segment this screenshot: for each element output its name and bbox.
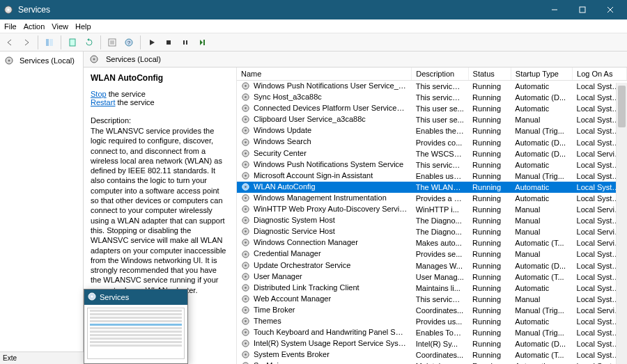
services-table: Name Description Status Startup Type Log… — [237, 68, 627, 364]
table-row[interactable]: WLAN AutoConfigThe WLANS...RunningAutoma… — [237, 182, 627, 193]
svg-point-42 — [245, 186, 247, 188]
service-status: Running — [468, 316, 511, 327]
services-table-wrap[interactable]: Name Description Status Startup Type Log… — [237, 68, 627, 364]
service-startup: Automatic — [511, 159, 572, 171]
start-service-button[interactable] — [145, 35, 159, 49]
service-desc: Makes auto... — [412, 237, 468, 248]
col-name[interactable]: Name — [237, 68, 412, 81]
table-row[interactable]: Connected Devices Platform User Service_… — [237, 103, 627, 114]
gear-icon — [241, 115, 251, 125]
service-startup: Automatic — [511, 81, 572, 93]
stop-service-link[interactable]: Stop — [91, 90, 107, 98]
service-desc: Enables use... — [412, 171, 468, 182]
pause-service-button[interactable] — [178, 35, 192, 49]
table-row[interactable]: WinHTTP Web Proxy Auto-Discovery Service… — [237, 204, 627, 215]
table-row[interactable]: Touch Keyboard and Handwriting Panel Ser… — [237, 327, 627, 338]
table-row[interactable]: Microsoft Account Sign-in AssistantEnabl… — [237, 171, 627, 182]
restart-service-button[interactable] — [195, 35, 209, 49]
svg-point-68 — [245, 331, 247, 333]
table-row[interactable]: Windows Connection ManagerMakes auto...R… — [237, 237, 627, 248]
table-row[interactable]: Update Orchestrator ServiceManages W...R… — [237, 260, 627, 271]
table-row[interactable]: Sync Host_a3ca88cThis service ...Running… — [237, 92, 627, 103]
svg-point-34 — [245, 141, 247, 143]
table-row[interactable]: Diagnostic System HostThe Diagno...Runni… — [237, 215, 627, 226]
menu-action[interactable]: Action — [24, 22, 45, 31]
svg-point-62 — [245, 298, 247, 300]
table-row[interactable]: Distributed Link Tracking ClientMaintain… — [237, 283, 627, 294]
table-row[interactable]: Security CenterThe WSCSV...RunningAutoma… — [237, 148, 627, 159]
service-status: Running — [468, 327, 511, 338]
gear-icon — [241, 227, 251, 237]
menu-view[interactable]: View — [52, 22, 68, 31]
svg-point-82 — [91, 296, 93, 298]
table-row[interactable]: Clipboard User Service_a3ca88cThis user … — [237, 114, 627, 125]
export-button[interactable] — [65, 35, 79, 49]
service-startup: Automatic (D... — [511, 260, 572, 271]
svg-rect-3 — [580, 7, 585, 13]
table-row[interactable]: User ManagerUser Manag...RunningAutomati… — [237, 271, 627, 283]
table-row[interactable]: System Events BrokerCoordinates...Runnin… — [237, 349, 627, 361]
col-logon[interactable]: Log On As — [573, 68, 627, 81]
svg-point-24 — [245, 85, 247, 87]
col-description[interactable]: Description — [412, 68, 468, 81]
table-row[interactable]: Credential ManagerProvides se...RunningM… — [237, 248, 627, 260]
service-startup: Automatic — [511, 182, 572, 193]
service-name: Diagnostic System Host — [254, 216, 335, 224]
svg-point-50 — [245, 230, 247, 232]
gear-icon — [241, 182, 251, 192]
svg-point-54 — [245, 253, 247, 255]
view-tab-extended[interactable]: Exte — [0, 351, 84, 364]
vertical-scrollbar[interactable] — [616, 83, 627, 364]
gear-icon — [241, 216, 251, 225]
table-row[interactable]: Windows Push Notifications System Servic… — [237, 159, 627, 171]
gear-icon — [241, 361, 251, 364]
table-row[interactable]: Time BrokerCoordinates...RunningManual (… — [237, 305, 627, 316]
show-hide-tree-button[interactable] — [42, 35, 56, 49]
svg-point-52 — [245, 242, 247, 244]
maximize-button[interactable] — [568, 0, 596, 19]
table-row[interactable]: Diagnostic Service HostThe Diagno...Runn… — [237, 226, 627, 237]
properties-button[interactable] — [105, 35, 119, 49]
col-status[interactable]: Status — [468, 68, 511, 81]
service-status: Running — [468, 305, 511, 316]
menubar: File Action View Help — [0, 19, 627, 33]
menu-file[interactable]: File — [4, 22, 17, 31]
table-row[interactable]: Windows Push Notifications User Service_… — [237, 81, 627, 93]
service-startup: Automatic (D... — [511, 92, 572, 103]
close-button[interactable] — [596, 0, 624, 19]
service-status: Running — [468, 193, 511, 204]
svg-rect-15 — [167, 40, 171, 45]
service-name: Intel(R) System Usage Report Service Sys… — [254, 339, 412, 347]
table-row[interactable]: Windows UpdateEnables the ...RunningManu… — [237, 125, 627, 136]
stop-service-button[interactable] — [162, 35, 176, 49]
table-row[interactable]: Web Account ManagerThis service ...Runni… — [237, 294, 627, 305]
minimize-button[interactable] — [541, 0, 568, 19]
service-startup: Automatic — [511, 361, 572, 364]
table-row[interactable]: Intel(R) System Usage Report Service Sys… — [237, 338, 627, 349]
restart-service-link[interactable]: Restart — [91, 98, 115, 106]
service-status: Running — [468, 92, 511, 103]
table-row[interactable]: Windows SearchProvides co...RunningAutom… — [237, 136, 627, 148]
gear-icon — [241, 272, 251, 282]
svg-rect-8 — [70, 39, 75, 46]
svg-rect-17 — [186, 40, 187, 45]
tree-root-services-local[interactable]: Services (Local) — [0, 54, 83, 67]
service-desc: Manages W... — [412, 260, 468, 271]
service-name: Themes — [254, 317, 281, 325]
svg-point-28 — [245, 107, 247, 109]
svg-point-58 — [245, 276, 247, 278]
taskbar-thumbnail[interactable]: Services — [84, 289, 188, 364]
service-name: Credential Manager — [254, 249, 321, 258]
forward-button[interactable] — [20, 35, 33, 49]
service-desc: Maintains a... — [412, 361, 468, 364]
menu-help[interactable]: Help — [75, 22, 91, 31]
svg-point-56 — [245, 264, 247, 267]
table-row[interactable]: Windows Management InstrumentationProvid… — [237, 193, 627, 204]
gear-icon — [241, 261, 251, 271]
table-row[interactable]: ThemesProvides us...RunningAutomaticLoca… — [237, 316, 627, 327]
help-button[interactable]: ? — [122, 35, 136, 49]
col-startup[interactable]: Startup Type — [511, 68, 572, 81]
back-button[interactable] — [3, 35, 17, 49]
table-row[interactable]: SysMainMaintains a...RunningAutomaticLoc… — [237, 361, 627, 364]
refresh-button[interactable] — [82, 35, 96, 49]
